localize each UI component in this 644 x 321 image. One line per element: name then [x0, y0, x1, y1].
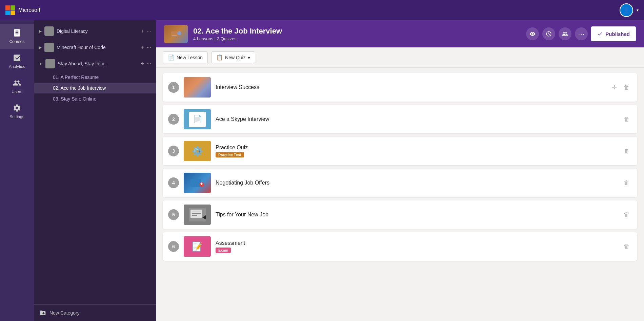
delete-button-4[interactable]: 🗑 [622, 177, 632, 189]
item-card-5[interactable]: 5 Tips for Your New Job 🗑 [163, 200, 637, 229]
item-card-3[interactable]: 3 ⚙️ Practice Quiz Practice Test 🗑 [163, 137, 637, 165]
course-actions-minecraft: + ··· [141, 44, 151, 50]
course-item-stay-ahead[interactable]: ▼ Stay Ahead, Stay Infor... + ··· [34, 56, 156, 72]
new-category-label: New Category [49, 310, 80, 316]
content-area: 02. Ace the Job Interview 4 Lessons | 2 … [156, 20, 644, 321]
item-number-5: 5 [168, 209, 179, 220]
item-thumb-4 [184, 173, 211, 193]
sidebar-item-users[interactable]: Users [0, 74, 34, 99]
eye-icon [529, 31, 536, 37]
avatar-caret[interactable]: ▾ [637, 8, 639, 13]
app-title: Microsoft [18, 7, 40, 13]
add-button-minecraft[interactable]: + [141, 44, 144, 50]
nav-label-analytics: Analytics [9, 64, 25, 69]
svg-point-2 [177, 31, 181, 35]
new-lesson-icon: 📄 [168, 54, 175, 61]
svg-rect-5 [190, 179, 201, 187]
sub-item-02[interactable]: 02. Ace the Job Interview [34, 83, 156, 93]
new-lesson-button[interactable]: 📄 New Lesson [163, 51, 208, 63]
course-icon-minecraft [44, 43, 54, 52]
avatar[interactable]: 👤 [620, 3, 633, 17]
thumb-5-svg [189, 208, 206, 221]
share-button[interactable] [559, 27, 571, 40]
sub-item-03[interactable]: 03. Stay Safe Online [34, 93, 156, 104]
sidebar-content: ▶ Digital Literacy + ··· ▶ Minecraft Hou… [34, 20, 156, 304]
schedule-button[interactable] [542, 27, 555, 40]
sub-item-01[interactable]: 01. A Perfect Resume [34, 72, 156, 83]
course-header-info: 02. Ace the Job Interview 4 Lessons | 2 … [193, 27, 521, 41]
delete-button-1[interactable]: 🗑 [622, 82, 632, 93]
item-info-5: Tips for Your New Job [216, 212, 617, 218]
item-info-2: Ace a Skype Interview [216, 116, 617, 122]
analytics-icon [13, 53, 21, 62]
published-icon [597, 31, 603, 37]
sidebar-item-courses[interactable]: Courses [0, 24, 34, 49]
delete-button-5[interactable]: 🗑 [622, 209, 632, 220]
more-dots-icon: ··· [578, 30, 585, 38]
course-title: 02. Ace the Job Interview [193, 27, 521, 36]
more-button-minecraft[interactable]: ··· [147, 44, 151, 50]
item-info-6: Assessment Exam [216, 240, 617, 253]
svg-rect-8 [201, 183, 202, 185]
preview-button[interactable] [526, 27, 539, 40]
thumb-4-svg [189, 176, 206, 190]
thumbnail-image [164, 25, 188, 43]
more-button-stay-ahead[interactable]: ··· [147, 61, 151, 67]
item-thumb-6: 📝 [184, 236, 211, 257]
drag-handle-1[interactable]: ✛ [612, 84, 617, 91]
chevron-expanded-icon: ▼ [39, 61, 43, 66]
quiz-caret-icon: ▾ [248, 55, 250, 60]
items-list: 1 Interview Success ✛ 🗑 2 📄 Ace a Skype … [156, 68, 644, 321]
item-name-1: Interview Success [216, 84, 606, 90]
item-number-1: 1 [168, 82, 179, 93]
thumb-2-inner: 📄 [189, 112, 206, 127]
toolbar: 📄 New Lesson 📋 New Quiz ▾ [156, 47, 644, 68]
topbar: Microsoft 👤 ▾ [0, 0, 644, 20]
item-thumb-5 [184, 205, 211, 225]
course-header-actions: ··· Published [526, 26, 636, 41]
course-name-digital: Digital Literacy [57, 28, 138, 34]
microsoft-logo [5, 5, 15, 15]
item-card-4[interactable]: 4 Negotiating Job Offers 🗑 [163, 169, 637, 197]
add-button-digital[interactable]: + [141, 28, 144, 34]
item-name-3: Practice Quiz [216, 145, 617, 151]
topbar-left: Microsoft [5, 5, 40, 15]
course-item-digital-literacy[interactable]: ▶ Digital Literacy + ··· [34, 23, 156, 39]
item-card-2[interactable]: 2 📄 Ace a Skype Interview 🗑 [163, 105, 637, 133]
course-actions-stay-ahead: + ··· [141, 61, 151, 67]
sidebar-item-settings[interactable]: Settings [0, 99, 34, 124]
item-thumb-2: 📄 [184, 109, 211, 129]
users-icon [13, 79, 21, 87]
published-label: Published [605, 31, 630, 37]
item-thumb-3: ⚙️ [184, 141, 211, 161]
item-name-5: Tips for Your New Job [216, 212, 617, 218]
item-number-4: 4 [168, 177, 179, 188]
nav-label-courses: Courses [9, 39, 25, 44]
course-name-minecraft: Minecraft Hour of Code [57, 45, 138, 50]
item-number-2: 2 [168, 114, 179, 125]
course-header: 02. Ace the Job Interview 4 Lessons | 2 … [156, 20, 644, 47]
delete-button-6[interactable]: 🗑 [622, 241, 632, 252]
add-button-stay-ahead[interactable]: + [141, 61, 144, 67]
chevron-collapsed-icon: ▶ [39, 29, 42, 34]
published-button[interactable]: Published [591, 26, 636, 41]
item-info-3: Practice Quiz Practice Test [216, 145, 617, 157]
item-thumb-1 [184, 77, 211, 98]
delete-button-3[interactable]: 🗑 [622, 146, 632, 157]
delete-button-2[interactable]: 🗑 [622, 114, 632, 125]
item-card-1[interactable]: 1 Interview Success ✛ 🗑 [163, 73, 637, 102]
nav-label-settings: Settings [9, 114, 24, 119]
svg-rect-3 [172, 36, 177, 36]
new-quiz-button[interactable]: 📋 New Quiz ▾ [211, 51, 255, 63]
left-nav: Courses Analytics Users Settings [0, 20, 34, 321]
item-info-1: Interview Success [216, 84, 606, 90]
more-options-button[interactable]: ··· [575, 27, 588, 40]
sidebar-footer[interactable]: New Category [34, 304, 156, 321]
course-item-minecraft[interactable]: ▶ Minecraft Hour of Code + ··· [34, 39, 156, 56]
item-info-4: Negotiating Job Offers [216, 180, 617, 186]
more-button-digital[interactable]: ··· [147, 28, 151, 34]
item-card-6[interactable]: 6 📝 Assessment Exam 🗑 [163, 232, 637, 261]
main-layout: Courses Analytics Users Settings ▶ Digit… [0, 20, 644, 321]
course-name-stay-ahead: Stay Ahead, Stay Infor... [58, 61, 138, 66]
sidebar-item-analytics[interactable]: Analytics [0, 49, 34, 74]
